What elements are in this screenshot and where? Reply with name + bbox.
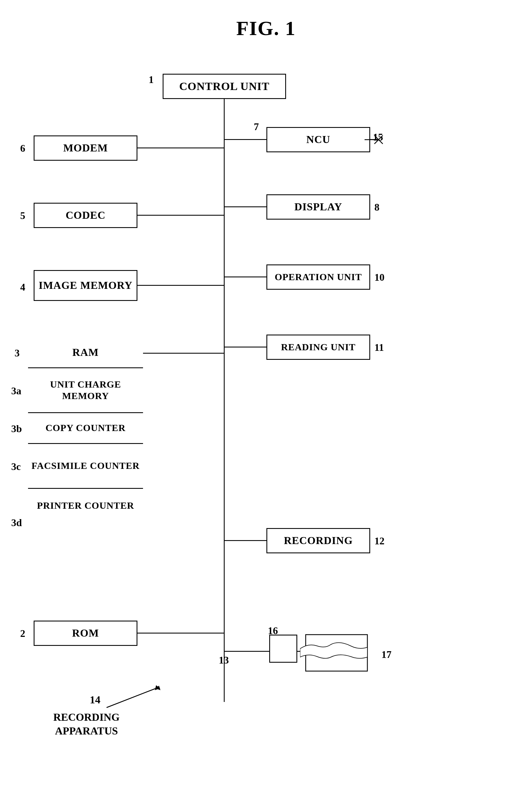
- ref-3d: 3d: [11, 517, 22, 528]
- operation-unit-box: OPERATION UNIT: [266, 265, 370, 290]
- printer-counter-box: PRINTER COUNTER: [28, 489, 143, 587]
- diagram: CONTROL UNIT 1 MODEM 6 CODEC 5 IMAGE MEM…: [0, 51, 532, 790]
- ref-5: 5: [20, 210, 25, 221]
- ncu-h-line-left: [224, 139, 266, 140]
- ref-17: 17: [381, 649, 392, 660]
- ref-8: 8: [374, 201, 379, 213]
- ref-3c: 3c: [11, 461, 21, 473]
- image-memory-box: IMAGE MEMORY: [34, 270, 137, 301]
- facsimile-counter-box: FACSIMILE COUNTER: [28, 444, 143, 489]
- control-unit-box: CONTROL UNIT: [163, 74, 286, 99]
- ram-h-line: [143, 353, 224, 354]
- display-h-line: [224, 206, 266, 207]
- printer-shape-17: [300, 626, 379, 679]
- ref-12: 12: [374, 535, 384, 547]
- ref-3a: 3a: [11, 385, 21, 397]
- modem-h-line: [137, 148, 224, 148]
- ncu-box: NCU: [266, 127, 370, 152]
- recording-apparatus-label: RECORDINGAPPARATUS: [53, 710, 119, 738]
- recording-h-line: [224, 540, 266, 541]
- ref-14: 14: [90, 694, 100, 706]
- recording-v-line-down: [224, 553, 225, 652]
- rec-box-16: [269, 635, 297, 663]
- ram-box: RAM: [28, 338, 143, 368]
- recording-box: RECORDING: [266, 528, 370, 553]
- image-memory-h-line: [137, 285, 224, 286]
- operation-h-line: [224, 276, 266, 277]
- ref-13: 13: [219, 654, 229, 666]
- ref-7: 7: [254, 121, 259, 133]
- modem-box: MODEM: [34, 135, 137, 161]
- ref-3b: 3b: [11, 423, 22, 435]
- ref-11: 11: [374, 342, 384, 353]
- display-box: DISPLAY: [266, 194, 370, 219]
- unit-charge-memory-box: UNIT CHARGE MEMORY: [28, 368, 143, 413]
- codec-box: CODEC: [34, 203, 137, 228]
- ref-4: 4: [20, 281, 25, 293]
- ref-3: 3: [15, 347, 20, 359]
- rom-box: ROM: [34, 621, 137, 646]
- terminal-15: [365, 133, 387, 147]
- rom-h-line: [137, 633, 224, 634]
- ref-16: 16: [268, 625, 278, 637]
- svg-line-4: [107, 688, 157, 708]
- page-title: FIG. 1: [0, 0, 532, 51]
- copy-counter-box: COPY COUNTER: [28, 413, 143, 444]
- ref-1: 1: [149, 74, 154, 85]
- ref-2: 2: [20, 628, 25, 639]
- codec-h-line: [137, 215, 224, 216]
- reading-unit-box: READING UNIT: [266, 334, 370, 360]
- ref-10: 10: [374, 271, 384, 283]
- ref-6: 6: [20, 142, 25, 154]
- reading-h-line: [224, 347, 266, 347]
